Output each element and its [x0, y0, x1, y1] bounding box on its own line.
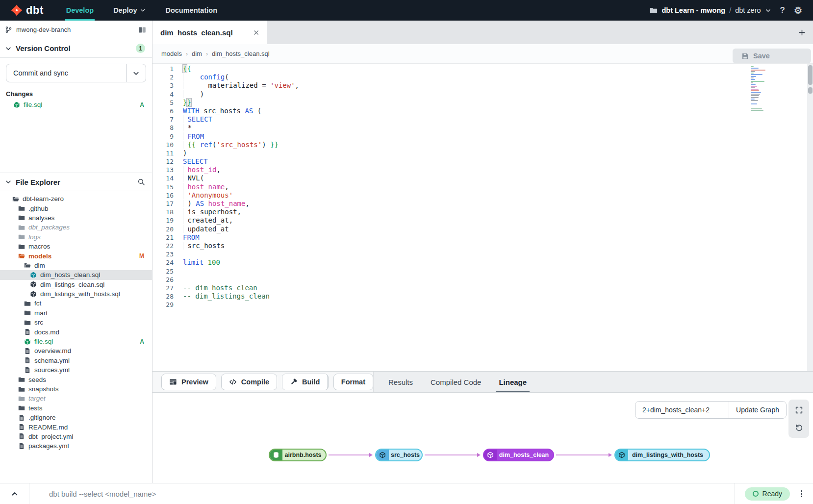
tree-item-macros[interactable]: macros [0, 242, 152, 251]
scrollbar-thumb[interactable] [808, 65, 813, 85]
preview-button[interactable]: Preview [161, 374, 216, 390]
code-line-29[interactable] [183, 301, 813, 309]
code-line-11[interactable]: ) [183, 149, 813, 157]
tree-item-docs.md[interactable]: docs.md [0, 327, 152, 336]
tree-item-.gitignore[interactable]: .gitignore [0, 413, 152, 422]
tree-item-README.md[interactable]: README.md [0, 422, 152, 431]
expand-panel-button[interactable] [0, 483, 29, 504]
tree-item-dbt_packages[interactable]: dbt_packages [0, 223, 152, 232]
tab-compiled-code[interactable]: Compiled Code [431, 372, 481, 392]
tree-item-dim_listings_clean.sql[interactable]: dim_listings_clean.sql [0, 280, 152, 289]
help-icon[interactable]: ? [780, 5, 785, 15]
file-icon [18, 424, 25, 431]
account-switcher[interactable]: dbt Learn - mwong / dbt zero [650, 6, 771, 14]
nav-item-documentation[interactable]: Documentation [157, 0, 225, 21]
tab-results[interactable]: Results [388, 372, 413, 392]
nav-item-deploy[interactable]: Deploy [105, 0, 153, 21]
code-line-26[interactable] [183, 276, 813, 284]
version-control-header[interactable]: Version Control 1 [0, 39, 152, 58]
code-line-25[interactable] [183, 267, 813, 276]
branch-row[interactable]: mwong-dev-branch [0, 21, 152, 39]
tree-item-analyses[interactable]: analyses [0, 213, 152, 223]
dbt-logo[interactable]: dbt [0, 0, 58, 21]
tree-item-mart[interactable]: mart [0, 308, 152, 318]
tree-item-packages.yml[interactable]: packages.yml [0, 441, 152, 451]
tree-item-schema.yml[interactable]: schema.yml [0, 356, 152, 365]
code-line-16[interactable]: 'Anonymous' [183, 191, 813, 200]
code-line-7[interactable]: SELECT [183, 115, 813, 124]
close-icon[interactable] [253, 29, 259, 36]
tree-item-dbt-learn-zero[interactable]: dbt-learn-zero [0, 194, 152, 203]
editor-scrollbar[interactable] [807, 64, 813, 371]
tree-item-src[interactable]: src [0, 318, 152, 327]
format-button[interactable]: Format [333, 374, 373, 390]
tree-item-file.sql[interactable]: file.sqlA [0, 337, 152, 346]
code-line-10[interactable]: {{ ref('src_hosts') }} [183, 141, 813, 149]
lineage-node-src_hosts[interactable]: src_hosts [375, 449, 423, 461]
dbt-logo-icon [11, 4, 23, 16]
code-line-14[interactable]: NVL( [183, 174, 813, 182]
code-line-15[interactable]: host_name, [183, 183, 813, 191]
build-options-caret[interactable] [327, 374, 329, 390]
editor-tab-dim-hosts-clean[interactable]: dim_hosts_clean.sql [152, 21, 267, 44]
code-line-9[interactable]: FROM [183, 132, 813, 141]
tree-item-dim[interactable]: dim [0, 261, 152, 270]
code-line-24[interactable]: limit 100 [183, 258, 813, 267]
minimap-line [751, 81, 764, 82]
code-line-2[interactable]: config( [183, 73, 813, 81]
code-line-8[interactable]: * [183, 124, 813, 132]
code-line-27[interactable]: -- dim_hosts_clean [183, 284, 813, 292]
code-line-6[interactable]: WITH src_hosts AS ( [183, 107, 813, 115]
tree-item-dim_hosts_clean.sql[interactable]: dim_hosts_clean.sql [0, 270, 152, 279]
tree-item-sources.yml[interactable]: sources.yml [0, 365, 152, 375]
code-line-28[interactable]: -- dim_listings_clean [183, 292, 813, 301]
tree-item-dim_listings_with_hosts.sql[interactable]: dim_listings_with_hosts.sql [0, 289, 152, 299]
code-line-5[interactable]: }} [183, 99, 813, 107]
build-button[interactable]: Build [282, 374, 327, 390]
commit-options-caret[interactable] [126, 64, 146, 82]
tree-item-logs[interactable]: logs [0, 232, 152, 242]
code-line-20[interactable]: updated_at [183, 225, 813, 233]
settings-gear-icon[interactable]: ⚙ [794, 5, 802, 16]
command-input[interactable] [29, 483, 735, 504]
code-line-13[interactable]: host_id, [183, 166, 813, 174]
navbar-right: dbt Learn - mwong / dbt zero ? ⚙ [650, 0, 813, 21]
code-line-22[interactable]: src_hosts [183, 242, 813, 250]
new-tab-button[interactable] [790, 21, 813, 44]
tree-item-target[interactable]: target [0, 394, 152, 403]
lineage-node-airbnb.hosts[interactable]: airbnb.hosts [269, 449, 327, 461]
compile-button[interactable]: Compile [221, 374, 277, 390]
tree-item-seeds[interactable]: seeds [0, 375, 152, 384]
code-line-18[interactable]: is_superhost, [183, 208, 813, 216]
code-line-1[interactable]: {{ [183, 65, 813, 73]
code-line-19[interactable]: created_at, [183, 216, 813, 225]
minimap[interactable] [751, 66, 766, 113]
tree-item-fct[interactable]: fct [0, 299, 152, 308]
lineage-node-dim_listings_with_hosts[interactable]: dim_listings_with_hosts [614, 449, 710, 461]
code-line-21[interactable]: FROM [183, 233, 813, 242]
changed-file-file.sql[interactable]: file.sqlA [0, 100, 152, 110]
tab-lineage[interactable]: Lineage [499, 372, 527, 392]
code-line-3[interactable]: materialized = 'view', [183, 81, 813, 90]
file-explorer-header[interactable]: File Explorer [0, 173, 152, 191]
code-line-4[interactable]: ) [183, 90, 813, 99]
tree-item-overview.md[interactable]: overview.md [0, 346, 152, 355]
nav-item-develop[interactable]: Develop [58, 0, 102, 21]
commit-and-sync-button[interactable]: Commit and sync [6, 64, 126, 82]
code-line-23[interactable] [183, 250, 813, 258]
tree-item-dbt_project.yml[interactable]: dbt_project.yml [0, 432, 152, 441]
lineage-node-dim_hosts_clean[interactable]: dim_hosts_clean [483, 449, 554, 461]
folder-icon [18, 233, 25, 241]
save-button[interactable]: Save [733, 49, 811, 63]
code-editor[interactable]: 1234567891011121314151617181920212223242… [152, 64, 813, 371]
code-line-12[interactable]: SELECT [183, 157, 813, 166]
tree-item-tests[interactable]: tests [0, 403, 152, 413]
model-cube-icon [29, 290, 37, 298]
search-icon[interactable] [137, 178, 145, 186]
code-line-17[interactable]: ) AS host_name, [183, 200, 813, 208]
tree-item-snapshots[interactable]: snapshots [0, 384, 152, 394]
tree-item-.github[interactable]: .github [0, 203, 152, 213]
tree-item-models[interactable]: modelsM [0, 251, 152, 260]
kebab-menu-icon[interactable] [799, 488, 804, 499]
split-view-icon[interactable] [138, 26, 146, 34]
